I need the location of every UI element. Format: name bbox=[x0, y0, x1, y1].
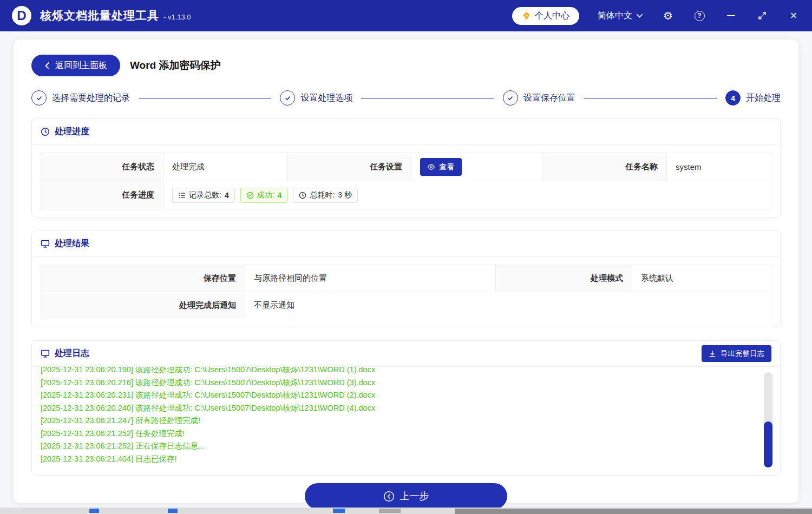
view-icon bbox=[427, 163, 435, 171]
taskbar-item bbox=[455, 509, 812, 514]
step-4-start-processing[interactable]: 4 开始处理 bbox=[725, 90, 781, 106]
log-line: [2025-12-31 23:06:21.252] 任务处理完成! bbox=[41, 427, 771, 440]
list-icon bbox=[178, 192, 186, 199]
circle-left-arrow-icon bbox=[383, 491, 395, 502]
log-section: 处理日志 导出完整日志 [2025-12-31 23:06:20.190] 该路… bbox=[31, 340, 781, 476]
step-1-label: 选择需要处理的记录 bbox=[52, 93, 130, 104]
notify-label: 处理完成后通知 bbox=[41, 292, 245, 319]
app-logo: D bbox=[12, 6, 31, 25]
task-name-value: system bbox=[667, 153, 771, 181]
result-section-body: 保存位置 与原路径相同的位置 处理模式 系统默认 处理完成后通知 不显示通知 bbox=[32, 257, 780, 327]
task-progress-label: 任务进度 bbox=[41, 181, 163, 209]
view-settings-button[interactable]: 查看 bbox=[420, 158, 462, 176]
total-records-label: 记录总数: bbox=[189, 190, 221, 200]
task-status-value: 处理完成 bbox=[163, 153, 288, 181]
log-section-header: 处理日志 导出完整日志 bbox=[32, 341, 780, 367]
page-header: 返回到主面板 Word 添加密码保护 bbox=[31, 39, 781, 76]
page-title: Word 添加密码保护 bbox=[130, 58, 220, 73]
language-selector[interactable]: 简体中文 bbox=[598, 10, 643, 22]
log-line: [2025-12-31 23:06:20.190] 该路径处理成功: C:\Us… bbox=[41, 367, 771, 377]
elapsed-time-value: 3 秒 bbox=[338, 190, 352, 200]
log-scrollbar-thumb[interactable] bbox=[764, 421, 772, 467]
log-body[interactable]: [2025-12-31 23:06:20.190] 该路径处理成功: C:\Us… bbox=[32, 367, 780, 475]
back-to-dashboard-button[interactable]: 返回到主面板 bbox=[31, 55, 120, 76]
success-count-label: 成功: bbox=[257, 190, 274, 200]
stepper: 选择需要处理的记录 设置处理选项 设置保存位置 bbox=[31, 90, 781, 106]
help-icon[interactable]: ? bbox=[693, 9, 706, 22]
total-records-value: 4 bbox=[225, 191, 229, 200]
monitor-icon bbox=[41, 349, 50, 358]
taskbar-item bbox=[168, 509, 178, 513]
step-connector bbox=[139, 98, 271, 98]
maximize-button[interactable] bbox=[756, 9, 769, 22]
progress-badges: 记录总数: 4 成功: 4 bbox=[172, 188, 358, 203]
monitor-icon bbox=[41, 239, 50, 248]
step-3-check-icon bbox=[503, 90, 518, 106]
minimize-button[interactable] bbox=[724, 9, 737, 22]
settings-gear-icon[interactable]: ⚙ bbox=[662, 9, 675, 22]
task-settings-cell: 查看 bbox=[411, 153, 542, 181]
titlebar-actions: 个人中心 简体中文 ⚙ ? × bbox=[512, 7, 800, 25]
progress-section-header: 处理进度 bbox=[32, 119, 780, 145]
step-1-check-icon bbox=[31, 90, 47, 106]
progress-section-title: 处理进度 bbox=[55, 126, 89, 137]
step-1-select-records[interactable]: 选择需要处理的记录 bbox=[31, 90, 130, 106]
task-status-label: 任务状态 bbox=[41, 153, 163, 181]
total-records-badge: 记录总数: 4 bbox=[172, 188, 235, 203]
window-body: 返回到主面板 Word 添加密码保护 选择需要处理的记录 设置处理选项 bbox=[0, 31, 812, 508]
taskbar-item bbox=[89, 509, 99, 513]
task-settings-label: 任务设置 bbox=[288, 153, 411, 181]
task-progress-cell: 记录总数: 4 成功: 4 bbox=[163, 181, 771, 209]
save-location-value: 与原路径相同的位置 bbox=[245, 265, 496, 292]
log-line: [2025-12-31 23:06:21.252] 正在保存日志信息... bbox=[41, 440, 771, 453]
progress-section-body: 任务状态 处理完成 任务设置 查看 任务名称 syst bbox=[32, 145, 780, 217]
result-section-header: 处理结果 bbox=[32, 231, 780, 257]
log-line: [2025-12-31 23:06:20.216] 该路径处理成功: C:\Us… bbox=[41, 377, 771, 390]
result-section-title: 处理结果 bbox=[55, 238, 89, 249]
app-logo-letter: D bbox=[17, 8, 26, 23]
log-section-title: 处理日志 bbox=[55, 348, 89, 359]
elapsed-time-label: 总耗时: bbox=[310, 190, 335, 200]
user-center-button[interactable]: 个人中心 bbox=[512, 7, 579, 25]
taskbar-item bbox=[333, 509, 345, 513]
progress-section: 处理进度 任务状态 处理完成 任务设置 查看 bbox=[31, 118, 781, 218]
gem-icon bbox=[522, 11, 531, 21]
process-mode-label: 处理模式 bbox=[496, 265, 632, 292]
close-button[interactable]: × bbox=[787, 9, 800, 22]
success-count-badge: 成功: 4 bbox=[240, 188, 288, 203]
step-connector bbox=[584, 98, 717, 98]
titlebar: D 核烁文档批量处理工具 - v1.13.0 个人中心 简体中文 ⚙ ? bbox=[0, 0, 812, 31]
previous-step-button[interactable]: 上一步 bbox=[305, 483, 507, 509]
step-2-check-icon bbox=[280, 90, 295, 106]
clock-icon bbox=[299, 192, 306, 199]
step-connector bbox=[361, 98, 494, 98]
view-button-label: 查看 bbox=[439, 162, 455, 172]
elapsed-time-badge: 总耗时: 3 秒 bbox=[293, 188, 358, 203]
log-line: [2025-12-31 23:06:21.247] 所有路径处理完成! bbox=[41, 414, 771, 427]
log-line: [2025-12-31 23:06:21.404] 日志已保存! bbox=[41, 453, 771, 466]
step-2-label: 设置处理选项 bbox=[300, 93, 352, 104]
notify-value: 不显示通知 bbox=[245, 292, 771, 319]
download-icon bbox=[709, 350, 716, 358]
taskbar-item bbox=[379, 509, 401, 513]
save-location-label: 保存位置 bbox=[41, 265, 245, 292]
step-4-label: 开始处理 bbox=[746, 93, 781, 104]
main-card: 返回到主面板 Word 添加密码保护 选择需要处理的记录 设置处理选项 bbox=[13, 39, 799, 503]
progress-table: 任务状态 处理完成 任务设置 查看 任务名称 syst bbox=[41, 153, 771, 209]
chevron-down-icon bbox=[636, 14, 643, 18]
language-label: 简体中文 bbox=[598, 10, 632, 22]
back-button-label: 返回到主面板 bbox=[55, 60, 107, 71]
process-mode-value: 系统默认 bbox=[632, 265, 771, 292]
success-count-value: 4 bbox=[278, 191, 282, 200]
step-2-process-options[interactable]: 设置处理选项 bbox=[280, 90, 352, 106]
step-4-number-badge: 4 bbox=[725, 90, 741, 106]
check-circle-icon bbox=[246, 192, 254, 199]
log-line: [2025-12-31 23:06:20.240] 该路径处理成功: C:\Us… bbox=[41, 402, 771, 415]
log-scrollbar-track[interactable] bbox=[764, 372, 772, 467]
app-title: 核烁文档批量处理工具 bbox=[40, 8, 159, 23]
background-taskbar-sliver bbox=[0, 508, 812, 514]
export-log-button-label: 导出完整日志 bbox=[721, 349, 764, 359]
step-3-save-location[interactable]: 设置保存位置 bbox=[503, 90, 575, 106]
export-log-button[interactable]: 导出完整日志 bbox=[702, 345, 771, 362]
previous-step-label: 上一步 bbox=[400, 490, 429, 503]
